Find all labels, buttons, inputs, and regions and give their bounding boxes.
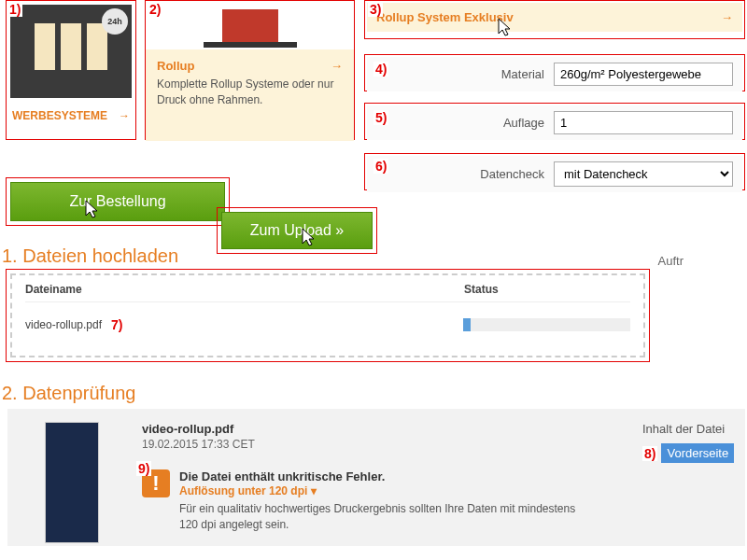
auftr-label: Auftr (658, 254, 684, 268)
row-auflage: Auflage (364, 103, 745, 140)
marker-1: 1) (7, 2, 22, 17)
check-panel: video-rollup.pdf 19.02.2015 17:33 CET 9)… (7, 409, 745, 546)
preview-thumbnail[interactable] (45, 422, 99, 543)
datencheck-select[interactable]: mit Datencheck (554, 161, 733, 187)
file-name: video-rollup.pdf (25, 318, 102, 331)
tile-rollup[interactable]: Rollup → Komplette Rollup Systeme oder n… (145, 0, 355, 140)
arrow-right-icon: → (119, 109, 130, 122)
order-button-wrap: Zur Bestellung (6, 177, 230, 226)
material-input[interactable] (554, 63, 733, 86)
marker-7: 7) (109, 317, 124, 332)
section-check-title: 2. Datenprüfung (2, 383, 135, 404)
content-label: Inhalt der Datei (642, 422, 745, 436)
marker-5: 5) (374, 110, 388, 125)
marker-8: 8) (642, 446, 657, 461)
product-image (174, 3, 326, 48)
upload-button[interactable]: Zum Upload » (221, 212, 373, 249)
marker-4: 4) (374, 62, 388, 77)
marker-6: 6) (374, 159, 388, 174)
col-status: Status (464, 283, 499, 296)
side-selected[interactable]: Vorderseite (661, 443, 734, 463)
badge-24h-icon: 24h (102, 8, 128, 35)
tile-werbesysteme[interactable]: 24h WERBESYSTEME → (6, 0, 136, 140)
cursor-icon (299, 227, 317, 249)
material-label: Material (376, 67, 544, 81)
row-datencheck: Datencheck mit Datencheck (364, 153, 745, 190)
tile-graphic: 24h (10, 5, 132, 98)
col-filename: Dateiname (25, 283, 464, 296)
arrow-right-icon: → (721, 10, 733, 24)
marker-3: 3) (368, 2, 383, 17)
cursor-icon (495, 17, 514, 39)
auflage-label: Auflage (376, 116, 544, 130)
upload-button-wrap: Zum Upload » (217, 207, 377, 254)
order-button[interactable]: Zur Bestellung (10, 182, 225, 221)
marker-2: 2) (148, 2, 162, 17)
tile-label: WERBESYSTEME (12, 109, 107, 122)
chevron-down-icon[interactable]: ▾ (311, 484, 317, 497)
progress-bar (463, 318, 630, 331)
variant-title: Rollup System Exklusiv (376, 10, 514, 24)
section-upload-title: 1. Dateien hochladen (2, 245, 178, 267)
warning-title: Die Datei enthält unkritische Fehler. (179, 469, 581, 483)
row-material: Material (364, 54, 745, 91)
cursor-icon (82, 199, 101, 221)
tile-title: Rollup (157, 59, 194, 73)
upload-area[interactable]: Dateiname Status video-rollup.pdf 7) (6, 269, 650, 362)
warning-link[interactable]: Auflösung unter 120 dpi (179, 484, 307, 497)
variant-bar[interactable]: Rollup System Exklusiv → (364, 0, 745, 39)
arrow-right-icon: → (331, 59, 343, 73)
datencheck-label: Datencheck (376, 167, 544, 181)
tile-desc: Komplette Rollup Systeme oder nur Druck … (157, 77, 343, 108)
file-row: video-rollup.pdf 7) (25, 301, 630, 332)
auflage-input[interactable] (554, 111, 733, 134)
marker-9: 9) (136, 461, 151, 476)
warning-desc: Für ein qualitativ hochwertiges Druckerg… (179, 501, 581, 533)
